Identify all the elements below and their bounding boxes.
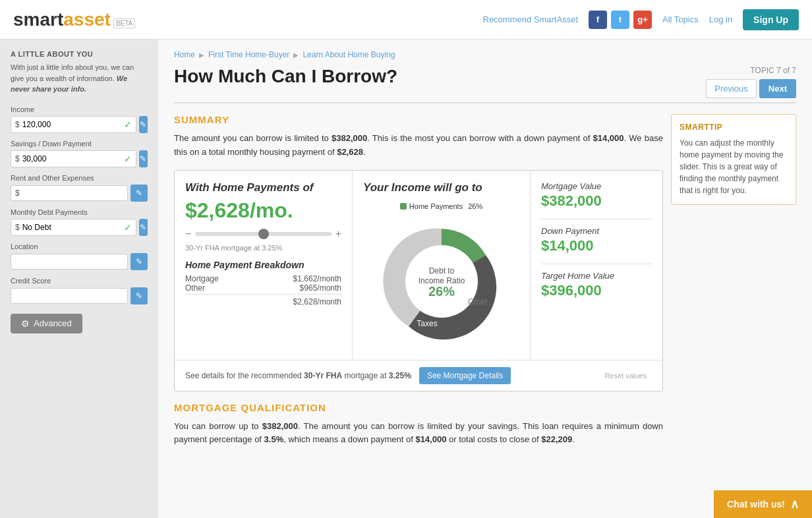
rent-input-wrap: $	[11, 185, 128, 201]
smarttip-panel: SMARTTIP You can adjust the monthly home…	[671, 114, 796, 205]
next-button[interactable]: Next	[759, 79, 796, 98]
footer-rate: 3.25%	[389, 371, 411, 380]
mortgage-down: $14,000	[415, 434, 446, 444]
mortgage-value-label: Mortgage Value	[541, 181, 652, 191]
income-edit-button[interactable]: ✎	[139, 116, 148, 133]
breakdown-mortgage-row: Mortgage $1,662/month	[185, 274, 341, 283]
previous-button[interactable]: Previous	[706, 79, 757, 98]
down-payment-value: $14,000	[541, 237, 652, 254]
header: smartasset BETA Recommend SmartAsset f t…	[0, 0, 812, 40]
savings-edit-button[interactable]: ✎	[139, 150, 148, 167]
breadcrumb-sep1: ▶	[199, 51, 204, 59]
all-topics-link[interactable]: All Topics	[662, 14, 699, 24]
breadcrumb-home[interactable]: Home	[174, 50, 195, 59]
pie-center-label1: Debt to	[428, 266, 454, 275]
twitter-icon[interactable]: t	[611, 11, 629, 29]
pie-title: Your Income will go to	[363, 181, 482, 194]
location-label: Location	[11, 243, 148, 250]
sidebar: A LITTLE ABOUT YOU With just a little in…	[0, 40, 158, 518]
page-header: How Much Can I Borrow? TOPIC 7 of 7 Prev…	[174, 66, 796, 98]
gear-icon: ⚙	[21, 318, 30, 329]
credit-score-input-wrap	[11, 288, 128, 304]
calculator-inner: With Home Payments of $2,628/mo. − + 30-…	[175, 171, 662, 360]
location-input-wrap	[11, 254, 128, 270]
legend-home-label: Home Payments	[409, 202, 463, 210]
pie-chart-container: Debt to Income Ratio 26% Other Taxes	[376, 216, 508, 349]
payment-slider[interactable]	[195, 232, 331, 236]
slider-plus-icon[interactable]: +	[335, 228, 341, 240]
chat-expand-icon: ∧	[790, 497, 799, 511]
mortgage-qualification-section: MORTGAGE QUALIFICATION You can borrow up…	[174, 402, 663, 447]
location-field-row: ✎	[11, 253, 148, 270]
slider-row: − +	[185, 228, 341, 240]
pie-other-label: Other	[467, 297, 487, 306]
mortgage-value-amount: $382,000	[541, 192, 652, 210]
savings-check-icon: ✓	[124, 154, 132, 164]
page-title: How Much Can I Borrow?	[174, 66, 397, 87]
savings-input[interactable]	[22, 154, 121, 163]
sign-up-button[interactable]: Sign Up	[743, 9, 799, 30]
legend-home-payments: Home Payments	[400, 202, 463, 210]
chat-bar[interactable]: Chat with us! ∧	[714, 490, 812, 518]
savings-dollar-sign: $	[15, 154, 20, 163]
legend-pct-value: 26%	[468, 202, 482, 210]
credit-score-edit-button[interactable]: ✎	[130, 287, 148, 304]
advanced-button[interactable]: ⚙ Advanced	[11, 314, 82, 333]
value-divider-1	[541, 219, 652, 219]
breakdown-total: $2,628/month	[185, 294, 341, 306]
page-divider	[174, 102, 796, 103]
slider-minus-icon[interactable]: −	[185, 228, 191, 240]
facebook-icon[interactable]: f	[589, 11, 607, 29]
pie-chart-svg: Debt to Income Ratio 26% Other Taxes	[376, 216, 508, 347]
target-home-value-item: Target Home Value $396,000	[541, 271, 652, 299]
see-mortgage-details-button[interactable]: See Mortgage Details	[419, 367, 511, 384]
value-divider-2	[541, 264, 652, 264]
smarttip-title: SMARTTIP	[680, 123, 788, 132]
logo-beta: BETA	[113, 18, 135, 28]
calc-middle-panel: Your Income will go to Home Payments 26%	[353, 171, 531, 360]
credit-score-input[interactable]	[15, 291, 123, 301]
income-check-icon: ✓	[124, 119, 132, 130]
footer-mortgage-type: 30-Yr FHA	[304, 371, 342, 380]
breakdown-other-label: Other	[185, 283, 205, 293]
breadcrumb-level2[interactable]: First Time Home-Buyer	[208, 50, 289, 59]
breakdown-other-value: $965/month	[300, 283, 341, 293]
calc-left-panel: With Home Payments of $2,628/mo. − + 30-…	[175, 171, 353, 360]
breakdown-mortgage-value: $1,662/month	[293, 274, 341, 283]
income-dollar-sign: $	[15, 120, 20, 129]
mortgage-qualification-title: MORTGAGE QUALIFICATION	[174, 402, 663, 413]
monthly-amount: $2,628/mo.	[185, 198, 341, 223]
layout: A LITTLE ABOUT YOU With just a little in…	[0, 40, 812, 518]
debt-dollar-sign: $	[15, 223, 20, 232]
header-right: Recommend SmartAsset f t g+ All Topics L…	[483, 9, 799, 30]
log-in-link[interactable]: Log in	[709, 14, 732, 24]
content-area: SUMMARY The amount you can borrow is lim…	[174, 114, 796, 447]
topic-nav: TOPIC 7 of 7 Previous Next	[706, 66, 796, 98]
location-edit-button[interactable]: ✎	[130, 253, 148, 270]
breadcrumb-sep2: ▶	[293, 51, 299, 59]
legend-pct: 26%	[468, 202, 482, 210]
main-content: Home ▶ First Time Home-Buyer ▶ Learn Abo…	[158, 40, 812, 518]
debt-label: Monthly Debt Payments	[11, 208, 148, 216]
location-input[interactable]	[15, 257, 123, 266]
mortgage-borrow-amount: $382,000	[262, 421, 298, 431]
rent-field-row: $ ✎	[11, 185, 148, 202]
rent-edit-button[interactable]: ✎	[130, 185, 148, 202]
debt-input[interactable]	[22, 223, 121, 232]
logo: smartasset BETA	[13, 9, 135, 30]
topic-label: TOPIC 7 of 7	[706, 66, 796, 75]
recommend-link[interactable]: Recommend SmartAsset	[483, 14, 579, 24]
income-input[interactable]	[22, 120, 121, 129]
down-payment-value-item: Down Payment $14,000	[541, 226, 652, 254]
calc-left-title: With Home Payments of	[185, 181, 341, 194]
breakdown-mortgage-label: Mortgage	[185, 274, 219, 283]
savings-label: Savings / Down Payment	[11, 140, 148, 148]
rent-input[interactable]	[22, 188, 123, 198]
pie-center-pct: 26%	[428, 284, 454, 299]
rent-label: Rent and Other Expenses	[11, 174, 148, 182]
debt-edit-button[interactable]: ✎	[139, 219, 148, 236]
googleplus-icon[interactable]: g+	[633, 11, 652, 29]
borrow-amount: $382,000	[332, 133, 367, 143]
breakdown-other-row: Other $965/month	[185, 283, 341, 293]
reset-values-button[interactable]: Reset values	[599, 369, 652, 382]
